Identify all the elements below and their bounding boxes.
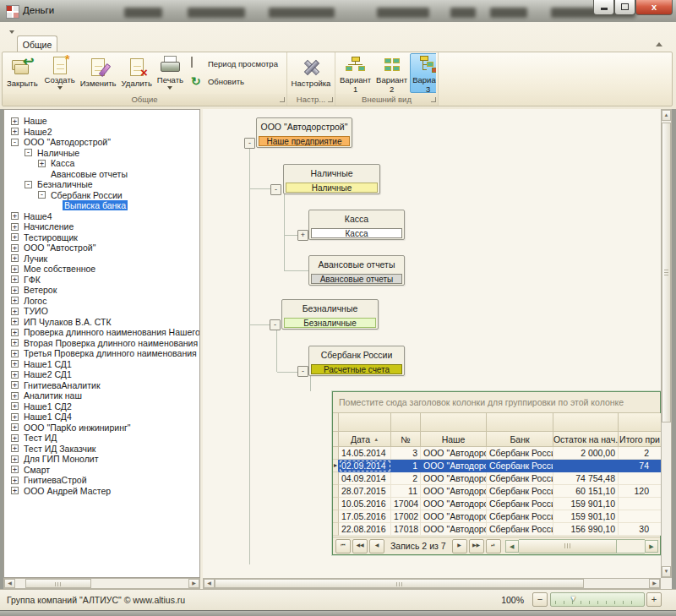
tree-item[interactable]: +Для ГИП Монолит bbox=[4, 454, 199, 465]
table-cell[interactable]: ООО "Автодорс... bbox=[421, 523, 487, 536]
expand-icon[interactable]: + bbox=[11, 308, 19, 315]
tree-item[interactable]: +ООО Андрей Мастер bbox=[4, 486, 199, 497]
table-cell[interactable] bbox=[553, 460, 619, 472]
table-cell[interactable]: Сбербанк России bbox=[487, 472, 553, 485]
table-cell[interactable]: 04.09.2014 bbox=[339, 472, 391, 485]
tree-item[interactable]: -Сбербанк России bbox=[4, 190, 199, 201]
variant3-button-selected[interactable]: Вариант 3 bbox=[410, 53, 436, 93]
expand-icon[interactable]: + bbox=[11, 254, 19, 262]
tree-item[interactable]: +Логос bbox=[4, 296, 199, 307]
table-cell[interactable]: 2 000,00 bbox=[553, 447, 619, 460]
delete-button[interactable]: × Удалить bbox=[119, 53, 155, 93]
tree-item[interactable]: +ГнитиеваСтрой bbox=[4, 475, 199, 486]
tab-general[interactable]: Общие bbox=[17, 35, 57, 52]
expand-icon[interactable]: + bbox=[11, 392, 19, 400]
tree-item[interactable]: +ООО "ПарКо инжиниринг" bbox=[4, 422, 199, 433]
nav-prev-page-button[interactable]: ◀◀ bbox=[352, 539, 368, 553]
tree-item[interactable]: +Смарт bbox=[4, 465, 199, 476]
scroll-left-icon[interactable]: ◀ bbox=[4, 579, 15, 588]
column-header-2[interactable]: № bbox=[391, 432, 421, 447]
tree-item[interactable]: -Безналичные bbox=[4, 179, 199, 190]
table-cell[interactable]: ООО "Автодорс... bbox=[421, 498, 487, 510]
expand-icon[interactable]: + bbox=[11, 233, 19, 241]
create-button[interactable]: * Создать bbox=[42, 53, 78, 93]
expand-icon[interactable]: + bbox=[11, 371, 19, 379]
expand-icon[interactable]: + bbox=[38, 160, 46, 167]
main-h-scrollbar[interactable]: ◀ ▶ bbox=[203, 578, 661, 589]
table-cell[interactable]: ООО "Автодорс... bbox=[421, 447, 487, 460]
table-row[interactable]: 28.07.201511ООО "Автодорс...Сбербанк Рос… bbox=[333, 485, 660, 498]
variant2-button[interactable]: Вариант 2 bbox=[373, 53, 410, 93]
scroll-right-icon[interactable]: ▶ bbox=[188, 579, 199, 588]
table-cell[interactable]: 159 901,10 bbox=[553, 498, 619, 510]
table-cell[interactable]: 10.05.2016 bbox=[339, 498, 391, 510]
tree-item[interactable]: +Начисление bbox=[4, 221, 199, 232]
expand-icon[interactable]: + bbox=[11, 212, 19, 220]
tree-item[interactable]: +Мое собственное bbox=[4, 264, 199, 275]
tree-item[interactable]: +Тест ИД bbox=[4, 433, 199, 444]
tree-item[interactable]: +Наше2 СД1 bbox=[4, 369, 199, 380]
tree-item[interactable]: +Аналитик наш bbox=[4, 390, 199, 401]
scroll-down-icon[interactable]: ▼ bbox=[662, 566, 671, 577]
scroll-thumb[interactable] bbox=[662, 123, 671, 422]
table-cell[interactable]: 14.05.2014 bbox=[339, 447, 391, 460]
tree-item[interactable]: +ТУИО bbox=[4, 306, 199, 317]
minimize-button[interactable] bbox=[593, 0, 614, 15]
tree-item[interactable]: +Проверка длинного наименования Нашего п… bbox=[4, 327, 199, 338]
zoom-slider-thumb[interactable]: ▼ bbox=[570, 594, 577, 602]
expand-icon[interactable]: + bbox=[11, 297, 19, 304]
table-cell[interactable]: 17004 bbox=[391, 498, 421, 510]
tree-item[interactable]: +Ветерок bbox=[4, 285, 199, 296]
tree-item[interactable]: -ООО "Автодорстрой" bbox=[4, 137, 199, 148]
table-cell[interactable]: Сбербанк России bbox=[487, 447, 553, 460]
zoom-slider[interactable]: ▼ bbox=[550, 592, 645, 607]
nav-last-button[interactable]: ⏯ bbox=[486, 539, 501, 553]
table-cell[interactable]: 22.08.2016 bbox=[339, 523, 391, 536]
table-cell[interactable]: 3 bbox=[391, 447, 421, 460]
tree-item[interactable]: +Наше2 bbox=[4, 127, 199, 138]
collapse-icon[interactable]: - bbox=[25, 181, 32, 188]
tree-item[interactable]: +Наше1 СД1 bbox=[4, 359, 199, 370]
table-cell[interactable]: Сбербанк России bbox=[487, 510, 553, 523]
grid-group-panel[interactable]: Поместите сюда заголовок колонки для гру… bbox=[333, 392, 660, 413]
expand-icon[interactable]: + bbox=[11, 477, 19, 484]
table-cell[interactable]: ООО "Автодорс... bbox=[421, 460, 487, 472]
tree-h-scrollbar[interactable]: ◀ ▶ bbox=[3, 578, 200, 589]
table-cell[interactable]: 60 151,10 bbox=[553, 485, 619, 498]
settings-button[interactable]: Настройка bbox=[289, 53, 333, 93]
expand-icon[interactable]: + bbox=[11, 318, 19, 325]
scroll-up-icon[interactable]: ▲ bbox=[662, 110, 671, 121]
expand-icon[interactable]: + bbox=[11, 244, 19, 252]
close-window-button[interactable]: x bbox=[635, 0, 673, 15]
table-cell[interactable]: 11 bbox=[391, 485, 421, 498]
expand-icon[interactable]: + bbox=[11, 128, 19, 135]
expand-icon[interactable]: + bbox=[11, 360, 19, 368]
tree-item[interactable]: Выписка банка bbox=[4, 200, 199, 211]
tree-item[interactable]: +Тестировщик bbox=[4, 232, 199, 243]
table-cell[interactable] bbox=[619, 510, 662, 523]
table-cell[interactable]: Сбербанк России bbox=[487, 485, 553, 498]
nav-prev-button[interactable]: ◀ bbox=[369, 539, 384, 553]
tree-item[interactable]: +Лучик bbox=[4, 253, 199, 264]
tree-item[interactable]: +ООО "Автострой" bbox=[4, 243, 199, 253]
expand-icon[interactable]: + bbox=[11, 275, 19, 283]
collapse-icon[interactable]: - bbox=[38, 191, 46, 199]
nav-first-button[interactable]: ⏮ bbox=[335, 539, 351, 553]
grid-h-scrollbar[interactable]: ◀ ▶ bbox=[505, 540, 658, 553]
table-cell[interactable]: 17.05.2016 bbox=[339, 510, 391, 523]
zoom-in-button[interactable]: + bbox=[646, 592, 662, 607]
expand-icon[interactable]: + bbox=[11, 117, 19, 125]
table-cell[interactable]: Сбербанк России bbox=[487, 498, 553, 510]
zoom-out-button[interactable]: − bbox=[532, 592, 548, 607]
column-header-4[interactable]: Банк bbox=[487, 432, 553, 447]
table-cell[interactable]: Сбербанк России bbox=[487, 460, 553, 472]
table-cell[interactable]: 159 901,10 bbox=[553, 510, 619, 523]
scroll-right-icon[interactable]: ▶ bbox=[649, 579, 660, 588]
edit-button[interactable]: Изменить bbox=[78, 53, 119, 93]
expand-icon[interactable]: + bbox=[11, 350, 19, 357]
column-header-6[interactable]: Итого при bbox=[619, 432, 662, 447]
table-row[interactable]: 17.05.201617002ООО "Автодорс...Сбербанк … bbox=[333, 510, 660, 523]
scroll-left-icon[interactable]: ◀ bbox=[505, 540, 519, 553]
expand-icon[interactable]: + bbox=[11, 466, 19, 473]
variant1-button[interactable]: Вариант 1 bbox=[337, 53, 373, 93]
